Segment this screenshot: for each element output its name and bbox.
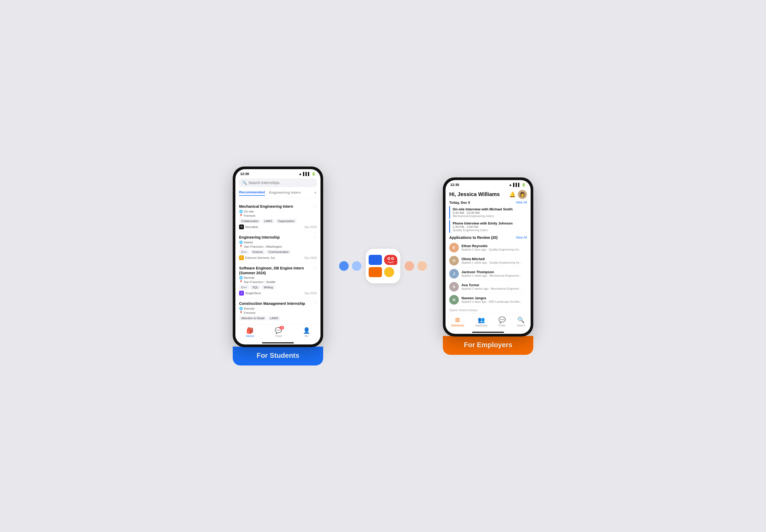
applicants-icon: 👥 [478, 317, 485, 323]
student-phone-wrapper: 12:30 ▲ ▌▌▌ 🔋 🔍 Recommended [233, 167, 323, 365]
employer-status-bar: 12:30 ▲ ▌▌▌ 🔋 [446, 180, 531, 188]
job-card-4: Construction Management Internship ♡ 🌐 R… [239, 298, 317, 324]
applicant-meta-4: Applied 2 weeks ago · Mechanical Enginee… [461, 287, 527, 290]
schedule-title-1: On-site Interview with Michael Smith [453, 207, 524, 211]
applicant-meta-1: Applied 2 days ago · Quality Engineering… [461, 248, 527, 251]
job-card-1: Mechanical Engineering Intern ♡ 🌐 On-sit… [239, 201, 317, 232]
job-title-2: Engineering Internship [239, 235, 313, 240]
applicant-avatar-1: E [449, 243, 459, 252]
employer-header: Hi, Jessica Williams 🔔 👩 [449, 190, 527, 199]
dot-blue [339, 261, 349, 271]
chats-badge: 24 [279, 326, 284, 329]
wifi-icon: ▲ [298, 172, 302, 176]
employer-avatar[interactable]: 👩 [518, 190, 527, 199]
logo-yellow-piece [384, 267, 394, 277]
pin-icon-2: 📍 [239, 245, 243, 248]
center-logo [339, 249, 427, 283]
heart-icon-3[interactable]: ♡ [313, 266, 317, 271]
job-meta-loc-3: 📍 San Francisco ; Seattle [239, 280, 317, 284]
nav-interns-label: Interns [246, 335, 254, 338]
bell-icon[interactable]: 🔔 [509, 191, 516, 198]
company-logo-3: S [239, 291, 244, 296]
dot-light-blue [352, 261, 361, 271]
employer-home-indicator [472, 332, 504, 333]
student-screen: 12:30 ▲ ▌▌▌ 🔋 🔍 Recommended [235, 169, 320, 344]
applicant-info-1: Ethan Reynolds Applied 2 days ago · Qual… [461, 244, 527, 251]
logo-box [366, 249, 400, 283]
heart-icon-4[interactable]: ♡ [313, 301, 317, 306]
student-search-bar[interactable]: 🔍 [239, 178, 317, 187]
date-text: Today, Dec 5 [449, 201, 470, 205]
tag-4-0: Attention to Detail [239, 316, 267, 320]
logo-blue-piece [369, 255, 382, 265]
open-internships-label: Open Internships [449, 306, 527, 314]
student-content: 🔍 Recommended Engineering Intern + Mecha… [235, 178, 320, 324]
job-title-1: Mechanical Engineering Intern [239, 204, 313, 209]
tag-3-1: SQL [250, 285, 260, 289]
applicant-meta-2: Applied 1 week ago · Quality Engineering… [461, 261, 527, 264]
job-meta-type-4: 🌐 Remote [239, 307, 317, 310]
home-indicator [262, 342, 294, 343]
tab-add-button[interactable]: + [314, 190, 317, 196]
emp-battery-icon: 🔋 [522, 183, 526, 187]
search-icon: 🔍 [242, 181, 247, 185]
dot-peach [405, 261, 414, 271]
search-input[interactable] [248, 181, 314, 185]
job-title-4: Construction Management Internship [239, 301, 313, 306]
nav-search[interactable]: 🔍 Search [517, 317, 525, 327]
svg-point-7 [392, 258, 393, 259]
applicant-meta-3: Applied 1 week ago · Mechanical Engineer… [461, 274, 527, 277]
heart-icon-1[interactable]: ♡ [313, 204, 317, 209]
heart-icon-2[interactable]: ♡ [313, 235, 317, 240]
job-date-3: Sep 2023 [304, 292, 317, 295]
applicant-name-5: Naveen Jangra [461, 296, 527, 300]
nav-dashboard[interactable]: ⊞ Dashboard [451, 317, 464, 327]
job-meta-loc-2: 📍 San Francisco ; Washington [239, 245, 317, 248]
tag-2-0: C++ [239, 250, 249, 254]
employer-screen: 12:30 ▲ ▌▌▌ 🔋 Hi, Jessica Williams 🔔 👩 [446, 180, 531, 334]
tag-1-0: Collaboration [239, 219, 261, 223]
student-time: 12:30 [240, 172, 249, 176]
globe-icon-1: 🌐 [239, 210, 243, 213]
emp-chats-icon: 💬 [498, 317, 506, 323]
tab-recommended[interactable]: Recommended [239, 190, 265, 196]
employer-time: 12:30 [450, 183, 459, 187]
svg-rect-10 [375, 267, 382, 277]
applications-section-header: Applications to Review (20) View All [449, 235, 527, 240]
globe-icon-4: 🌐 [239, 307, 243, 310]
employer-phone-wrapper: 12:30 ▲ ▌▌▌ 🔋 Hi, Jessica Williams 🔔 👩 [443, 177, 533, 355]
applicant-avatar-4: A [449, 282, 459, 292]
job-date-2: Sep 2023 [304, 256, 317, 259]
battery-icon: 🔋 [311, 172, 316, 176]
nav-me-label: Me [305, 335, 308, 338]
nav-chats[interactable]: 💬 24 Chats [275, 327, 282, 338]
schedule-view-all[interactable]: View All [516, 201, 527, 204]
schedule-item-1: On-site Interview with Michael Smith 9:3… [449, 206, 527, 219]
nav-applicants[interactable]: 👥 Applicants [475, 317, 487, 327]
job-location-2: San Francisco ; Washington [244, 245, 282, 248]
applicant-name-4: Ava Turner [461, 283, 527, 287]
job-tags-3: C++ SQL Writing [239, 285, 317, 289]
nav-chats-label: Chats [275, 335, 282, 338]
me-icon: 👤 [303, 327, 310, 334]
dots-right [405, 261, 427, 271]
job-type-4: Remote [244, 307, 255, 310]
applicant-name-3: Jackson Thompson [461, 270, 527, 274]
job-location-3: San Francisco ; Seattle [244, 280, 276, 284]
applicant-avatar-3: J [449, 269, 459, 279]
job-meta-loc-1: 📍 Fremont [239, 214, 317, 218]
job-meta-type-3: 🌐 Remote [239, 276, 317, 280]
nav-me[interactable]: 👤 Me [303, 327, 310, 338]
tag-3-0: C++ [239, 285, 249, 289]
job-date-1: Sep 2023 [304, 225, 317, 228]
tag-3-2: Writing [262, 285, 275, 289]
job-meta-type-1: 🌐 On-site [239, 210, 317, 213]
tag-2-2: Communication [266, 250, 291, 254]
schedule-sub-1: Mechanical Engineering Intern [453, 214, 524, 218]
applicant-item-1: E Ethan Reynolds Applied 2 days ago · Qu… [449, 241, 527, 254]
nav-interns[interactable]: 🎒 Interns [246, 327, 254, 338]
nav-emp-chats[interactable]: 💬 Chats [498, 317, 506, 327]
applicant-name-2: Olivia Mitchell [461, 257, 527, 261]
tab-engineering[interactable]: Engineering Intern [269, 190, 301, 196]
applications-view-all[interactable]: View All [516, 236, 527, 239]
